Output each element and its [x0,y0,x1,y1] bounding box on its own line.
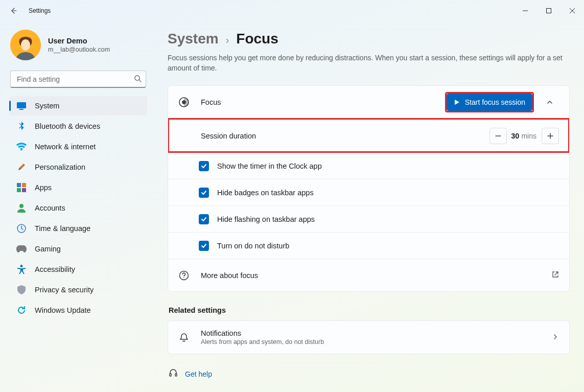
sidebar-item-accounts[interactable]: Accounts [9,198,147,218]
option-row-dnd[interactable]: Turn on do not disturb [168,232,569,259]
plus-icon [547,133,553,139]
sidebar-item-time[interactable]: Time & language [9,219,147,238]
brush-icon [16,162,27,172]
svg-rect-19 [175,374,177,376]
get-help-label: Get help [185,370,212,378]
more-about-focus-row[interactable]: More about focus [168,259,569,291]
sidebar-item-network[interactable]: Network & internet [9,137,147,156]
maximize-icon [546,8,551,13]
duration-stepper: 30mins [489,128,559,144]
checkbox-checked[interactable] [199,161,209,171]
sidebar-item-system[interactable]: System [9,96,147,116]
svg-rect-7 [17,183,21,187]
focus-header-row[interactable]: Focus Start focus session [168,86,569,119]
svg-rect-10 [22,188,26,192]
svg-point-15 [182,101,185,104]
sidebar-item-label: Apps [35,183,52,192]
help-icon [178,270,190,281]
svg-point-3 [135,75,139,80]
profile-name: User Demo [48,37,110,45]
notifications-title: Notifications [201,329,552,337]
notifications-row[interactable]: Notifications Alerts from apps and syste… [168,321,569,354]
sidebar-item-update[interactable]: Windows Update [9,301,147,320]
open-external-icon [552,271,559,280]
minus-icon [495,133,501,139]
svg-rect-18 [170,374,171,376]
sidebar-item-label: Gaming [35,245,61,253]
breadcrumb: System › Focus [168,31,570,47]
close-icon [570,8,575,13]
nav-list: System Bluetooth & devices Network & int… [9,96,147,320]
svg-rect-0 [547,9,551,13]
apps-icon [16,182,27,193]
sidebar: User Demo m__lab@outlook.com System Blue… [0,21,153,392]
related-settings-title: Related settings [169,306,570,314]
search-input[interactable] [16,75,134,84]
option-label: Hide badges on taskbar apps [217,189,559,197]
maximize-button[interactable] [537,0,560,21]
minimize-button[interactable] [513,0,537,21]
minimize-icon [523,8,528,13]
sidebar-item-personalization[interactable]: Personalization [9,157,147,177]
svg-rect-4 [17,102,26,108]
sidebar-item-gaming[interactable]: Gaming [9,239,147,259]
sidebar-item-label: Accounts [35,204,65,212]
more-about-label: More about focus [201,271,552,280]
wifi-icon [16,142,27,152]
sync-icon [16,305,27,315]
svg-rect-9 [17,188,21,192]
increase-button[interactable] [542,128,559,144]
svg-point-13 [20,265,23,267]
clock-icon [16,223,27,234]
session-duration-label: Session duration [201,132,489,140]
start-focus-button[interactable]: Start focus session [447,94,532,111]
decrease-button[interactable] [489,128,507,144]
collapse-button[interactable] [541,93,559,111]
search-box[interactable] [10,71,146,88]
breadcrumb-parent[interactable]: System [168,31,219,47]
option-label: Turn on do not disturb [217,242,559,250]
window-controls [513,0,584,21]
back-button[interactable] [8,6,18,16]
headset-icon [169,368,178,379]
sidebar-item-label: Bluetooth & devices [35,122,100,130]
avatar-icon [10,30,41,60]
get-help-link[interactable]: Get help [168,364,570,383]
option-row-badges[interactable]: Hide badges on taskbar apps [168,179,569,205]
gamepad-icon [16,244,27,254]
sidebar-item-label: Personalization [35,163,85,171]
related-panel: Notifications Alerts from apps and syste… [168,320,570,354]
sidebar-item-accessibility[interactable]: Accessibility [9,260,147,279]
checkbox-checked[interactable] [199,241,209,251]
bell-icon [178,332,190,343]
bluetooth-icon [16,121,27,131]
chevron-right-icon [552,333,559,342]
main-content: System › Focus Focus sessions help you g… [153,21,584,392]
close-button[interactable] [560,0,584,21]
check-icon [201,190,207,196]
option-row-timer[interactable]: Show the timer in the Clock app [168,152,569,179]
sidebar-item-label: Time & language [35,224,90,233]
sidebar-item-label: System [35,102,59,110]
option-row-flashing[interactable]: Hide flashing on taskbar apps [168,205,569,232]
option-label: Show the timer in the Clock app [217,162,559,170]
checkbox-checked[interactable] [199,214,209,224]
system-icon [16,101,27,111]
play-icon [454,99,460,105]
profile-email: m__lab@outlook.com [48,46,110,53]
shield-icon [16,285,27,295]
sidebar-item-apps[interactable]: Apps [9,178,147,197]
page-description: Focus sessions help you get more done by… [168,53,566,73]
sidebar-item-bluetooth[interactable]: Bluetooth & devices [9,117,147,136]
sidebar-item-label: Accessibility [35,265,75,273]
app-title: Settings [29,7,51,14]
chevron-up-icon [546,99,553,106]
focus-panel: Focus Start focus session Session durati… [168,85,570,292]
profile-block[interactable]: User Demo m__lab@outlook.com [9,27,147,67]
svg-rect-6 [19,109,24,110]
duration-value: 30 [511,132,519,140]
check-icon [201,163,207,169]
check-icon [201,216,207,222]
sidebar-item-privacy[interactable]: Privacy & security [9,280,147,299]
checkbox-checked[interactable] [199,188,209,198]
